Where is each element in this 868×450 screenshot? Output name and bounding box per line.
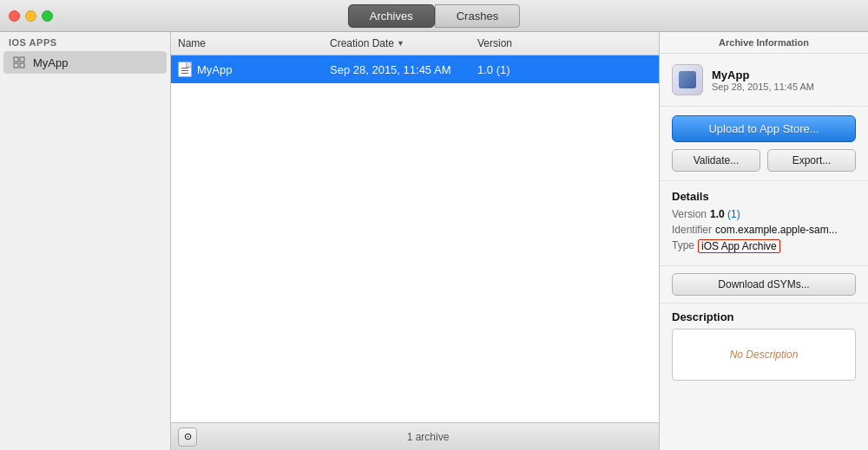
validate-button[interactable]: Validate... bbox=[672, 149, 760, 172]
right-panel: Archive Information MyApp Sep 28, 2015, … bbox=[660, 32, 868, 450]
detail-row-identifier: Identifier com.example.apple-sam... bbox=[672, 224, 856, 236]
cell-version: 1.0 (1) bbox=[470, 62, 659, 78]
version-build: (1) bbox=[727, 208, 740, 220]
cell-date: Sep 28, 2015, 11:45 AM bbox=[323, 62, 470, 78]
column-header-name[interactable]: Name bbox=[171, 36, 323, 51]
panel-description: Description No Description bbox=[660, 303, 868, 450]
app-name: MyApp bbox=[712, 68, 814, 82]
traffic-lights bbox=[9, 10, 53, 22]
minimize-button[interactable] bbox=[25, 10, 36, 22]
column-header-version[interactable]: Version bbox=[470, 36, 659, 51]
btn-row: Validate... Export... bbox=[672, 149, 856, 172]
version-label: Version bbox=[672, 208, 707, 220]
details-heading: Details bbox=[672, 190, 856, 203]
main-layout: iOS Apps MyApp Name Creation Date ▼ Vers… bbox=[0, 32, 868, 450]
panel-section-title: Archive Information bbox=[660, 32, 868, 54]
detail-row-version: Version 1.0 (1) bbox=[672, 208, 856, 220]
filter-button[interactable]: ⊙ bbox=[178, 427, 197, 447]
app-meta: MyApp Sep 28, 2015, 11:45 AM bbox=[712, 68, 814, 92]
tab-group: Archives Crashes bbox=[348, 4, 520, 28]
sidebar-item-myapp-label: MyApp bbox=[33, 56, 68, 69]
type-value: iOS App Archive bbox=[698, 239, 780, 253]
app-date: Sep 28, 2015, 11:45 AM bbox=[712, 82, 814, 92]
identifier-label: Identifier bbox=[672, 224, 712, 236]
upload-button[interactable]: Upload to App Store... bbox=[672, 115, 856, 142]
file-name-label: MyApp bbox=[197, 63, 232, 76]
app-icon bbox=[672, 64, 703, 95]
identifier-value: com.example.apple-sam... bbox=[715, 224, 838, 236]
close-button[interactable] bbox=[9, 10, 20, 22]
table-row[interactable]: MyApp Sep 28, 2015, 11:45 AM 1.0 (1) bbox=[171, 55, 659, 83]
description-placeholder: No Description bbox=[730, 349, 799, 361]
panel-download: Download dSYMs... bbox=[660, 266, 868, 303]
export-button[interactable]: Export... bbox=[767, 149, 856, 172]
file-list-footer: ⊙ 1 archive bbox=[171, 422, 659, 450]
svg-rect-2 bbox=[14, 63, 18, 68]
column-header-date[interactable]: Creation Date ▼ bbox=[323, 36, 470, 51]
sidebar: iOS Apps MyApp bbox=[0, 32, 171, 450]
svg-rect-3 bbox=[20, 63, 24, 68]
grid-icon bbox=[12, 55, 26, 69]
download-dsyms-button[interactable]: Download dSYMs... bbox=[672, 273, 856, 296]
description-heading: Description bbox=[672, 310, 856, 323]
svg-rect-1 bbox=[20, 57, 24, 62]
tab-crashes[interactable]: Crashes bbox=[435, 4, 520, 28]
svg-rect-0 bbox=[14, 57, 18, 62]
cell-name: MyApp bbox=[171, 60, 323, 79]
file-list: Name Creation Date ▼ Version MyApp bbox=[171, 32, 660, 450]
app-icon-inner bbox=[679, 71, 696, 88]
version-value: 1.0 bbox=[710, 208, 725, 220]
description-box[interactable]: No Description bbox=[672, 329, 856, 381]
panel-details: Details Version 1.0 (1) Identifier com.e… bbox=[660, 181, 868, 266]
panel-actions: Upload to App Store... Validate... Expor… bbox=[660, 107, 868, 181]
sort-arrow-icon: ▼ bbox=[397, 39, 404, 48]
file-icon bbox=[178, 62, 192, 77]
detail-row-type: Type iOS App Archive bbox=[672, 239, 856, 253]
archive-info-header: MyApp Sep 28, 2015, 11:45 AM bbox=[660, 54, 868, 107]
tab-archives[interactable]: Archives bbox=[348, 4, 435, 28]
sidebar-section-header: iOS Apps bbox=[0, 32, 170, 51]
filter-icon: ⊙ bbox=[184, 431, 192, 442]
archive-count-label: 1 archive bbox=[204, 431, 652, 443]
file-list-header: Name Creation Date ▼ Version bbox=[171, 32, 659, 55]
sidebar-item-myapp[interactable]: MyApp bbox=[3, 51, 167, 74]
titlebar: Archives Crashes bbox=[0, 0, 868, 32]
maximize-button[interactable] bbox=[42, 10, 53, 22]
type-label: Type bbox=[672, 239, 694, 253]
file-list-body: MyApp Sep 28, 2015, 11:45 AM 1.0 (1) bbox=[171, 55, 659, 422]
